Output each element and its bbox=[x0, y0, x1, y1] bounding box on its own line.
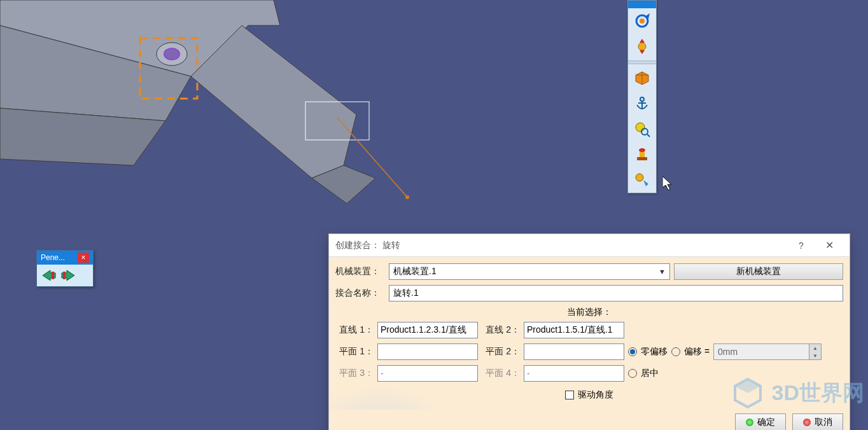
model-geometry bbox=[0, 0, 445, 216]
svg-point-9 bbox=[405, 195, 409, 199]
svg-point-20 bbox=[640, 97, 644, 101]
joint-name-input[interactable]: 旋转.1 bbox=[389, 285, 843, 302]
new-mechanism-button[interactable]: 新机械装置 bbox=[674, 263, 843, 280]
svg-rect-26 bbox=[637, 157, 647, 160]
svg-point-15 bbox=[640, 18, 645, 24]
ok-button[interactable]: 确定 bbox=[735, 413, 786, 430]
svg-point-29 bbox=[636, 174, 643, 181]
plane2-input[interactable] bbox=[524, 343, 624, 360]
penetration-toolbar[interactable]: Pene... × bbox=[36, 250, 94, 287]
help-button[interactable]: ? bbox=[787, 237, 815, 254]
line1-input[interactable]: Product1.1.2.3.1/直线 bbox=[377, 322, 478, 338]
mechanism-label: 机械装置： bbox=[335, 266, 389, 277]
penetration-titlebar[interactable]: Pene... × bbox=[37, 251, 93, 265]
stamp-icon[interactable] bbox=[628, 142, 656, 167]
dialog-footer: 确定 取消 bbox=[329, 410, 850, 430]
plane1-label: 平面 1： bbox=[335, 346, 374, 357]
mechanism-combo[interactable]: 机械装置.1 ▼ bbox=[389, 263, 670, 280]
zero-offset-label: 零偏移 bbox=[641, 346, 668, 357]
close-icon[interactable]: × bbox=[78, 253, 89, 263]
gear-arrows-icon[interactable] bbox=[628, 34, 656, 59]
spin-up-icon[interactable]: ▲ bbox=[809, 344, 821, 352]
center-label: 居中 bbox=[641, 368, 659, 379]
cancel-button[interactable]: 取消 bbox=[792, 413, 843, 430]
line2-label: 直线 2： bbox=[482, 324, 520, 336]
plane4-input: - bbox=[524, 365, 624, 382]
dialog-titlebar[interactable]: 创建接合： 旋转 ? ✕ bbox=[329, 234, 850, 257]
offset-group: 零偏移 偏移 = 0mm ▲▼ bbox=[628, 343, 843, 360]
plane4-label: 平面 4： bbox=[482, 368, 520, 379]
joint-name-label: 接合名称： bbox=[335, 288, 389, 299]
toolbar-divider bbox=[628, 60, 656, 64]
svg-point-23 bbox=[636, 123, 645, 132]
line2-input[interactable]: Product1.1.5.1/直线.1 bbox=[524, 322, 624, 338]
cancel-dot-icon bbox=[803, 419, 811, 426]
offset-radio[interactable] bbox=[671, 347, 680, 356]
plane3-input: - bbox=[377, 365, 478, 382]
create-joint-dialog[interactable]: 创建接合： 旋转 ? ✕ 机械装置： 机械装置.1 ▼ 新机械装置 接合名称： … bbox=[328, 233, 850, 430]
center-radio[interactable] bbox=[628, 369, 637, 378]
arrow-left-3d-icon[interactable] bbox=[60, 268, 76, 282]
svg-point-28 bbox=[639, 148, 645, 152]
drive-angle-checkbox[interactable] bbox=[565, 391, 574, 399]
penetration-title-text: Pene... bbox=[41, 253, 65, 262]
dialog-title: 创建接合： 旋转 bbox=[335, 240, 400, 251]
anchor-icon[interactable] bbox=[628, 91, 656, 116]
spin-down-icon[interactable]: ▼ bbox=[809, 352, 821, 359]
penetration-body bbox=[37, 265, 93, 286]
close-button[interactable]: ✕ bbox=[815, 237, 843, 254]
offset-label: 偏移 = bbox=[684, 346, 710, 357]
dialog-body: 机械装置： 机械装置.1 ▼ 新机械装置 接合名称： 旋转.1 当前选择： 直线… bbox=[329, 257, 850, 410]
chevron-down-icon: ▼ bbox=[659, 268, 666, 275]
plane3-label: 平面 3： bbox=[335, 368, 374, 379]
svg-point-16 bbox=[638, 43, 646, 50]
svg-point-4 bbox=[164, 48, 179, 60]
vertical-toolbar[interactable] bbox=[627, 0, 657, 193]
drive-angle-label: 驱动角度 bbox=[578, 389, 613, 401]
svg-rect-13 bbox=[63, 272, 66, 279]
svg-marker-30 bbox=[662, 176, 671, 190]
plane2-label: 平面 2： bbox=[482, 346, 520, 357]
toolbar-grip[interactable] bbox=[628, 1, 656, 8]
svg-rect-11 bbox=[52, 272, 54, 279]
offset-value-input[interactable]: 0mm ▲▼ bbox=[713, 343, 822, 360]
current-selection-label: 当前选择： bbox=[335, 307, 843, 318]
svg-point-24 bbox=[641, 128, 648, 135]
gear-rotate-icon[interactable] bbox=[628, 8, 656, 34]
gear-magnify-icon[interactable] bbox=[628, 116, 656, 142]
ok-dot-icon bbox=[746, 419, 753, 426]
mouse-cursor bbox=[662, 176, 675, 195]
plane1-input[interactable] bbox=[377, 343, 478, 360]
zero-offset-radio[interactable] bbox=[628, 347, 637, 356]
cube-icon[interactable] bbox=[628, 66, 656, 91]
mechanism-value: 机械装置.1 bbox=[393, 266, 437, 277]
svg-line-25 bbox=[647, 134, 650, 137]
line1-label: 直线 1： bbox=[335, 324, 374, 336]
gear-process-icon[interactable] bbox=[628, 167, 656, 193]
arrow-right-3d-icon[interactable] bbox=[41, 268, 57, 282]
